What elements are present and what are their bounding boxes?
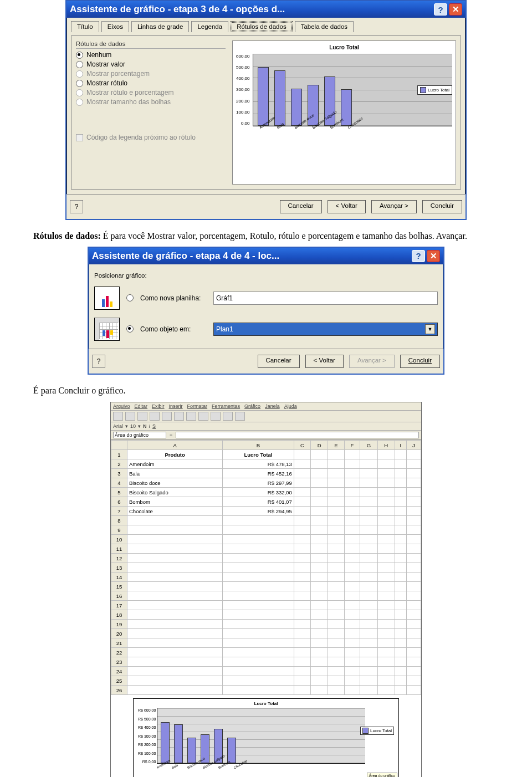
cell[interactable]: [360, 469, 378, 478]
cell[interactable]: [223, 667, 294, 676]
cell[interactable]: [377, 582, 395, 591]
cell[interactable]: [127, 525, 223, 535]
cell[interactable]: [311, 507, 328, 516]
cell[interactable]: [127, 535, 223, 544]
cell[interactable]: [406, 554, 421, 563]
cell[interactable]: [344, 544, 360, 554]
cell[interactable]: [223, 610, 294, 620]
cell[interactable]: [360, 610, 378, 620]
cell[interactable]: [377, 469, 395, 478]
cell[interactable]: [294, 525, 311, 535]
cell[interactable]: [344, 554, 360, 563]
cell[interactable]: [328, 507, 345, 516]
cell[interactable]: R$ 332,00: [223, 488, 294, 497]
embedded-chart[interactable]: Lucro Total R$ 600,00R$ 500,00R$ 400,00R…: [133, 698, 399, 777]
cell[interactable]: [127, 629, 223, 638]
cell[interactable]: [377, 507, 395, 516]
cell[interactable]: Biscoito doce: [127, 478, 223, 488]
cell[interactable]: [377, 516, 395, 525]
col-header[interactable]: F: [344, 441, 360, 450]
cell[interactable]: [311, 572, 328, 582]
cell[interactable]: [223, 554, 294, 563]
cell[interactable]: [294, 450, 311, 459]
tab-eixos[interactable]: Eixos: [101, 21, 129, 32]
cell[interactable]: R$ 401,07: [223, 497, 294, 507]
menu-ajuda[interactable]: Ajuda: [284, 403, 297, 409]
cell[interactable]: [311, 469, 328, 478]
col-header[interactable]: H: [377, 441, 395, 450]
cell[interactable]: [344, 610, 360, 620]
cell[interactable]: [328, 620, 345, 629]
toolbar-icon[interactable]: [113, 412, 123, 421]
cell[interactable]: [328, 544, 345, 554]
cell[interactable]: [395, 686, 406, 695]
tab-linhas-de-grade[interactable]: Linhas de grade: [131, 21, 189, 32]
new-sheet-name-input[interactable]: [213, 292, 438, 305]
menu-exibir[interactable]: Exibir: [152, 403, 165, 409]
toolbar-icon[interactable]: [198, 412, 208, 421]
cell[interactable]: [377, 610, 395, 620]
close-button[interactable]: ✕: [427, 250, 440, 262]
cell[interactable]: [344, 676, 360, 686]
col-header[interactable]: G: [360, 441, 378, 450]
cell[interactable]: [344, 525, 360, 535]
row-header[interactable]: 15: [111, 582, 127, 591]
cell[interactable]: [406, 525, 421, 535]
cell[interactable]: [328, 629, 345, 638]
cell[interactable]: [406, 450, 421, 459]
cell[interactable]: [395, 676, 406, 686]
tab-rótulos-de-dados[interactable]: Rótulos de dados: [231, 21, 293, 32]
row-header[interactable]: 11: [111, 544, 127, 554]
cell[interactable]: [360, 572, 378, 582]
cell[interactable]: [311, 591, 328, 601]
cell[interactable]: [406, 459, 421, 469]
font-size[interactable]: 10: [130, 423, 136, 429]
cell[interactable]: [223, 563, 294, 572]
cell[interactable]: [328, 478, 345, 488]
cell[interactable]: [328, 535, 345, 544]
cell[interactable]: [344, 459, 360, 469]
cell[interactable]: [328, 525, 345, 535]
cell[interactable]: Biscoito Salgado: [127, 488, 223, 497]
cell[interactable]: [406, 686, 421, 695]
menu-janela[interactable]: Janela: [265, 403, 280, 409]
cell[interactable]: [395, 507, 406, 516]
tab-legenda[interactable]: Legenda: [191, 21, 228, 32]
option-new-sheet[interactable]: Como nova planilha:: [94, 287, 438, 310]
cell[interactable]: [328, 676, 345, 686]
finish-button[interactable]: Concluir: [400, 355, 440, 368]
menu-ferramentas[interactable]: Ferramentas: [212, 403, 240, 409]
cell[interactable]: [377, 535, 395, 544]
cell[interactable]: [294, 544, 311, 554]
cell[interactable]: [377, 657, 395, 667]
context-help-button[interactable]: ?: [92, 355, 105, 368]
cell[interactable]: [344, 648, 360, 657]
cell[interactable]: [406, 629, 421, 638]
cell[interactable]: [127, 667, 223, 676]
cell[interactable]: [127, 544, 223, 554]
toolbar-icon[interactable]: [150, 412, 160, 421]
cell[interactable]: [344, 582, 360, 591]
cell[interactable]: [328, 516, 345, 525]
cell[interactable]: [294, 469, 311, 478]
name-box[interactable]: [113, 432, 166, 438]
row-header[interactable]: 13: [111, 563, 127, 572]
row-header[interactable]: 24: [111, 667, 127, 676]
cell[interactable]: [344, 638, 360, 648]
radio-icon[interactable]: [76, 61, 83, 68]
cell[interactable]: [223, 648, 294, 657]
cell[interactable]: [294, 554, 311, 563]
cell[interactable]: [223, 629, 294, 638]
cell[interactable]: [395, 657, 406, 667]
cell[interactable]: [344, 497, 360, 507]
cell[interactable]: [395, 554, 406, 563]
cell[interactable]: [127, 563, 223, 572]
cell[interactable]: [294, 572, 311, 582]
tab-título[interactable]: Título: [71, 21, 99, 32]
cell[interactable]: [360, 525, 378, 535]
cell[interactable]: [395, 488, 406, 497]
row-header[interactable]: 9: [111, 525, 127, 535]
option-as-object[interactable]: Como objeto em: Plan1 ▼: [94, 318, 438, 341]
cell[interactable]: [294, 610, 311, 620]
cell[interactable]: [395, 544, 406, 554]
